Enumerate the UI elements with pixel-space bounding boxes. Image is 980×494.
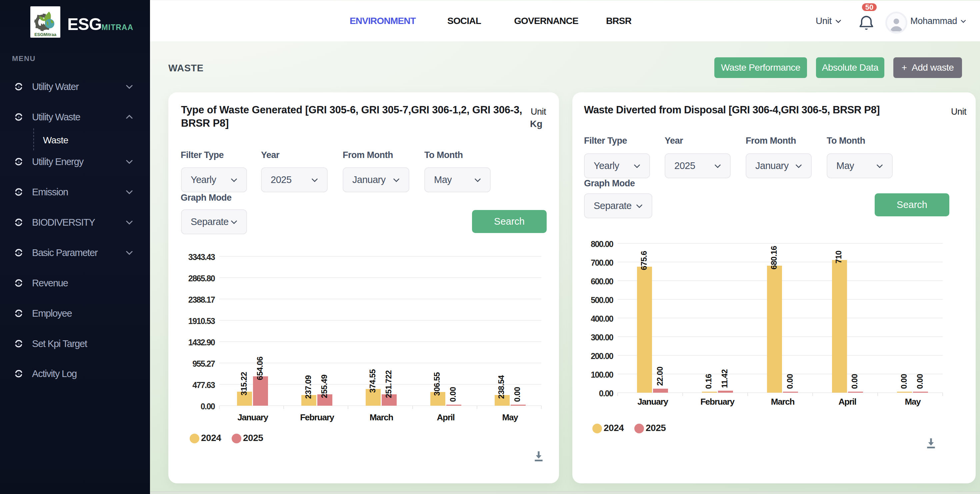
- svg-text:ESGMitraa: ESGMitraa: [34, 32, 57, 37]
